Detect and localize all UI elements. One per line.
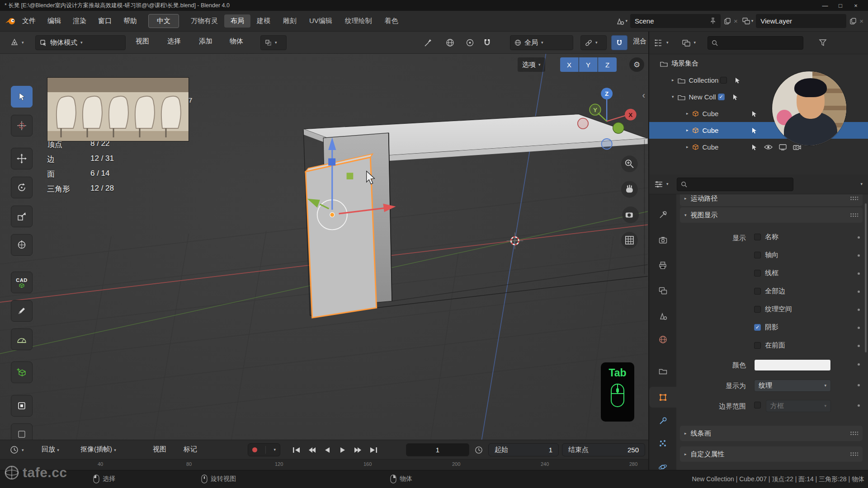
animate-dot[interactable] [858,309,860,311]
menu-add[interactable]: 添加 [199,37,212,46]
tab-physics[interactable] [649,456,676,470]
tab-viewlayer[interactable] [649,280,676,301]
animate-dot[interactable] [858,236,860,239]
newcoll-expand-icon[interactable]: ▾ [672,95,674,99]
pin-icon[interactable] [710,18,716,24]
gizmo-plane-handle-y[interactable] [347,173,354,179]
snap-magnet-icon[interactable] [483,38,491,47]
viewlayer-name-field[interactable]: ViewLayer [756,14,846,28]
jump-to-start-button[interactable] [289,444,304,456]
bench-mesh[interactable] [303,114,648,318]
sidebar-toggle-arrow[interactable]: ‹ [642,90,646,100]
next-keyframe-button[interactable] [351,444,365,456]
cube2-pointer-icon[interactable] [752,127,757,134]
animate-dot[interactable] [858,291,860,293]
hide-eye-icon[interactable] [764,144,773,150]
axis-z-button[interactable]: Z [598,57,617,72]
new-scene-icon[interactable] [724,18,731,25]
workspace-tab-texpaint[interactable]: 纹理绘制 [339,14,378,28]
viewlayer-chevron[interactable]: ▾ [751,19,754,23]
eyedropper-icon[interactable] [424,38,433,47]
language-tab[interactable]: 中文 [148,14,179,28]
workspace-tab-modeling[interactable]: 建模 [250,14,277,28]
cube3-pointer-icon[interactable] [752,144,757,150]
properties-filter-chevron[interactable]: ▾ [860,182,863,186]
orientation-dropdown[interactable]: 全局 ▾ [510,35,573,50]
zoom-button[interactable] [621,155,638,172]
current-frame-field[interactable]: 1 [406,443,469,456]
checkbox-in-front[interactable] [754,342,761,349]
section-motion-paths[interactable]: ▸运动路径 [680,194,863,206]
snap-toggle-active[interactable] [611,35,627,50]
axis-x-button[interactable]: X [560,57,579,72]
color-swatch[interactable] [754,359,831,371]
proportional-falloff-label[interactable]: 混合 [633,37,646,46]
timeline-ruler[interactable]: 40 80 120 160 200 240 280 [0,459,648,470]
disable-viewport-icon[interactable] [779,144,787,150]
menu-render[interactable]: 渲染 [67,17,92,25]
animate-dot[interactable] [858,327,860,329]
newcoll-checkbox[interactable]: ✓ [718,94,725,100]
scene-browse-chevron[interactable]: ▾ [625,19,627,23]
close-button[interactable]: × [848,2,863,9]
tab-world[interactable] [649,329,676,350]
tool-face-select[interactable] [11,395,33,417]
display-mode-icon[interactable] [682,39,690,47]
unlink-scene-icon[interactable]: × [734,17,738,25]
axis-y-button[interactable]: Y [579,57,598,72]
proportional-editing-icon[interactable] [466,38,474,47]
tab-particles[interactable] [649,433,676,454]
animate-dot[interactable] [858,272,860,275]
display-mode-chevron[interactable]: ▾ [694,41,696,45]
gizmo-plane-handle-z[interactable] [328,158,335,165]
outliner-editor-chevron[interactable]: ▾ [666,41,669,45]
tab-object-active[interactable] [649,387,676,408]
properties-scrollbar[interactable] [865,203,867,352]
cube2-expand-icon[interactable]: ▸ [686,128,689,132]
newcoll-pointer-icon[interactable] [733,94,738,100]
tool-cad-transform[interactable]: CAD [11,272,33,293]
tool-3d-cursor[interactable] [11,115,33,136]
properties-search-input[interactable] [677,178,793,191]
toggle-all-edges[interactable]: 全部边 [754,287,785,296]
section-custom-properties[interactable]: ▸自定义属性 [680,446,863,462]
nav-y-neg-ball[interactable] [613,122,624,133]
checkbox-axes[interactable] [754,252,761,258]
tool-add-cube[interactable] [11,361,33,383]
toggle-in-front[interactable]: 在前面 [754,341,785,350]
tool-move[interactable] [11,148,33,169]
editor-type-icon[interactable] [10,38,19,47]
mode-dropdown[interactable]: 物体模式 ▾ [35,35,126,50]
auto-key-button[interactable]: ▾ [248,443,280,456]
workspace-tab-0[interactable]: 万物有灵 [184,14,224,28]
view-menu[interactable]: 视图 [153,445,166,454]
use-preview-range-icon[interactable] [475,446,483,454]
tab-collection[interactable] [649,361,676,381]
checkbox-all-edges[interactable] [754,288,761,295]
timeline-editor-chevron[interactable]: ▾ [22,448,24,452]
animate-dot[interactable] [858,345,860,347]
workspace-tab-shading[interactable]: 着色 [378,14,405,28]
section-viewport-display[interactable]: ▾视图显示 [680,207,863,223]
timeline-editor-icon[interactable] [10,446,19,454]
properties-editor-icon[interactable] [655,181,663,188]
viewport-3d[interactable]: Z X Y [0,54,648,440]
workspace-tab-layout[interactable]: 布局 [224,14,250,28]
tool-settings-dropdown[interactable]: ▾ [260,35,287,50]
disable-render-icon[interactable] [793,144,801,150]
menu-select[interactable]: 选择 [167,37,181,46]
toggle-texture-space[interactable]: 纹理空间 [754,305,792,314]
tool-transform[interactable] [11,234,33,256]
editor-type-chevron[interactable]: ▾ [22,41,24,45]
frame-end-field[interactable]: 结束点250 [562,443,645,456]
play-reverse-button[interactable] [320,444,335,456]
tool-scale[interactable] [11,206,33,227]
tab-scene[interactable] [649,305,676,326]
tab-tool[interactable] [649,204,676,225]
checkbox-texture-space[interactable] [754,306,761,313]
collection-checkbox[interactable] [720,77,727,84]
toggle-wireframe[interactable]: 线框 [754,269,778,277]
tool-measure[interactable] [11,328,33,350]
viewlayer-icon[interactable] [741,17,751,25]
properties-editor-chevron[interactable]: ▾ [666,182,669,186]
